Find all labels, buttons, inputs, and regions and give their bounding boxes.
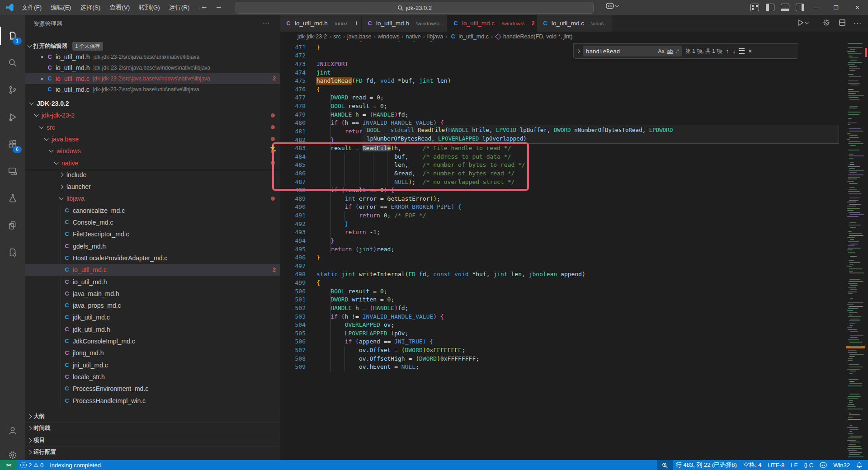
activity-item-references[interactable]	[0, 215, 25, 236]
code-line[interactable]: 473JNIEXPORT	[280, 60, 868, 69]
tree-folder-java.base[interactable]: java.base	[25, 133, 280, 145]
menu-item[interactable]: 文件(F)	[17, 2, 46, 14]
line-number[interactable]: 509	[280, 363, 306, 371]
line-number[interactable]: 480	[280, 119, 306, 127]
code-line[interactable]: 475handleRead(FD fd, void *buf, jint len…	[280, 77, 868, 85]
line-number[interactable]: 492	[280, 220, 306, 229]
code-line[interactable]: 490 if (error == ERROR_BROKEN_PIPE) {	[280, 203, 868, 212]
tree-file-io_util_md.c[interactable]: Cio_util_md.c2	[25, 264, 280, 276]
line-number[interactable]: 471	[280, 43, 306, 52]
breadcrumb-item[interactable]: Cio_util_md.c	[449, 33, 489, 40]
breadcrumb-item[interactable]: jdk-jdk-23-2	[297, 33, 327, 40]
line-number[interactable]: 477	[280, 94, 306, 102]
open-editor-item[interactable]: ×Cio_util_md.cjdk-jdk-23-2\src\java.base…	[25, 73, 280, 84]
encoding[interactable]: UTF-8	[764, 460, 788, 470]
code-line[interactable]: 491 return 0; /* EOF */	[280, 212, 868, 220]
code-line[interactable]: 506 if (append == JNI_TRUE) {	[280, 338, 868, 346]
code-line[interactable]: 505 LPOVERLAPPED lpOv;	[280, 329, 868, 338]
remote-indicator[interactable]: ><	[0, 460, 17, 470]
code-line[interactable]: 508 ov.OffsetHigh = (DWORD)0xFFFFFFFF;	[280, 355, 868, 363]
line-number[interactable]: 491	[280, 212, 306, 220]
find-previous-button[interactable]: ↑	[726, 47, 729, 55]
line-number[interactable]: 503	[280, 313, 306, 321]
line-number[interactable]: 499	[280, 279, 306, 287]
line-number[interactable]: 478	[280, 102, 306, 111]
line-number[interactable]: 508	[280, 355, 306, 363]
activity-item-remote-explorer[interactable]	[0, 160, 25, 182]
tree-folder-launcher[interactable]: launcher	[25, 181, 280, 193]
find-close-button[interactable]: ×	[748, 47, 752, 55]
sidebar-section-3[interactable]: 运行配置	[25, 446, 280, 457]
window-close-button[interactable]: ×	[847, 0, 868, 15]
tree-file-gdefs_md.h[interactable]: Cgdefs_md.h	[25, 240, 280, 252]
line-number[interactable]: 490	[280, 203, 306, 212]
window-minimize-button[interactable]: —	[806, 0, 826, 15]
regex-toggle[interactable]: .*	[675, 48, 679, 54]
line-number[interactable]: 494	[280, 237, 306, 245]
status-message[interactable]: Indexing completed.	[47, 460, 105, 470]
window-maximize-button[interactable]: ❐	[826, 0, 846, 15]
open-editors-header[interactable]: 打开的编辑器 1 个未保存	[25, 41, 280, 52]
sidebar-section-2[interactable]: 项目	[25, 435, 280, 446]
tree-file-canonicalize_md.c[interactable]: Ccanonicalize_md.c	[25, 205, 280, 216]
tree-file-java_main_md.h[interactable]: Cjava_main_md.h	[25, 288, 280, 300]
code-line[interactable]: 499{	[280, 279, 868, 287]
menu-item[interactable]: 选择(S)	[75, 2, 105, 14]
copilot-sparkle-icon[interactable]	[269, 145, 277, 152]
line-number[interactable]: 496	[280, 254, 306, 262]
customize-layout-button[interactable]	[750, 4, 759, 11]
open-editor-item[interactable]: Cio_util_md.cjdk-jdk-23-2\src\java.base\…	[25, 84, 280, 95]
code-line[interactable]: 493 return -1;	[280, 228, 868, 237]
tree-file-Console_md.c[interactable]: CConsole_md.c	[25, 216, 280, 228]
code-line[interactable]: 503 if (h != INVALID_HANDLE_VALUE) {	[280, 313, 868, 321]
tree-file-io_util_md.h[interactable]: Cio_util_md.h	[25, 276, 280, 288]
problems-indicator[interactable]: × 2 ⚠ 0	[17, 460, 47, 470]
language-mode[interactable]: {} C	[801, 460, 816, 470]
find-next-button[interactable]: ↓	[732, 47, 736, 55]
breadcrumb-item[interactable]: handleRead(FD, void *, jint)	[495, 33, 573, 40]
code-editor[interactable]: 470handleSetLength(FD fd, jlong length) …	[280, 42, 868, 460]
nav-forward-button[interactable]: →	[213, 2, 224, 10]
sidebar-more-actions-button[interactable]: ···	[263, 19, 269, 26]
line-number[interactable]: 506	[280, 338, 306, 346]
copilot-status[interactable]	[816, 460, 830, 470]
code-line[interactable]: 498static jint writeInternal(FD fd, cons…	[280, 270, 868, 279]
code-line[interactable]: 476{	[280, 85, 868, 94]
activity-item-explorer[interactable]: 1	[0, 25, 25, 47]
code-line[interactable]: 504 OVERLAPPED ov;	[280, 321, 868, 329]
activity-item-search[interactable]	[0, 52, 25, 74]
breadcrumb-item[interactable]: src	[333, 33, 341, 40]
indentation[interactable]: 空格: 4	[740, 460, 764, 470]
open-editor-item[interactable]: ●Cio_util_md.hjdk-jdk-23-2\src\java.base…	[25, 52, 280, 62]
os-indicator[interactable]: Win32	[830, 460, 853, 470]
tree-file-ProcessEnvironment_md.c[interactable]: CProcessEnvironment_md.c	[25, 383, 280, 395]
copilot-button[interactable]	[606, 3, 618, 9]
line-number[interactable]: 507	[280, 346, 306, 355]
breadcrumb-item[interactable]: windows	[378, 33, 400, 40]
activity-item-account[interactable]	[0, 420, 25, 442]
code-line[interactable]: 474jint	[280, 69, 868, 77]
tab-io_util_md.c[interactable]: Cio_util_md.c...\windows\...2×	[448, 15, 537, 32]
line-number[interactable]: 493	[280, 228, 306, 237]
eol-indicator[interactable]: LF	[788, 460, 801, 470]
code-line[interactable]: 494 }	[280, 237, 868, 245]
tree-folder-libjava[interactable]: libjava	[25, 193, 280, 204]
run-debug-button[interactable]	[797, 19, 808, 26]
code-line[interactable]: 479 HANDLE h = (HANDLE)fd;	[280, 111, 868, 119]
tree-folder-jdk-jdk-23-2[interactable]: jdk-jdk-23-2	[25, 109, 280, 121]
activity-item-source-control[interactable]	[0, 79, 25, 101]
menu-item[interactable]: 转到(G)	[134, 2, 165, 14]
code-line[interactable]: 507 ov.Offset = (DWORD)0xFFFFFFFF;	[280, 346, 868, 355]
code-line[interactable]: 489 int error = GetLastError();	[280, 195, 868, 203]
tree-file-jdk_util_md.c[interactable]: Cjdk_util_md.c	[25, 311, 280, 323]
tree-folder-include[interactable]: include	[25, 169, 280, 181]
match-case-toggle[interactable]: Aa	[658, 48, 664, 54]
menu-item[interactable]: 编辑(E)	[46, 2, 75, 14]
tab-io_util_md.h[interactable]: Cio_util_md.h...\windows\...	[362, 15, 448, 32]
line-number[interactable]: 500	[280, 287, 306, 296]
line-number[interactable]: 505	[280, 329, 306, 338]
editor-settings-button[interactable]	[823, 19, 830, 26]
code-line[interactable]: 478 BOOL result = 0;	[280, 102, 868, 111]
code-line[interactable]: 502 HANDLE h = (HANDLE)fd;	[280, 304, 868, 313]
tree-file-java_props_md.c[interactable]: Cjava_props_md.c	[25, 300, 280, 311]
